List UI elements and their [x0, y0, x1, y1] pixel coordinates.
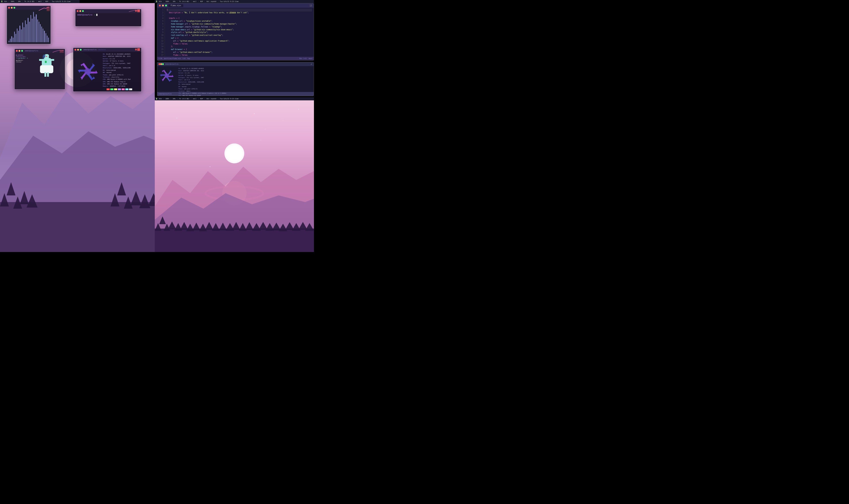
poke-max-dot[interactable] [21, 50, 23, 52]
emacs-min-dot[interactable] [160, 63, 162, 65]
neofetch-de: none+xmonad [106, 69, 116, 71]
svg-point-38 [254, 113, 255, 114]
close-dot[interactable] [8, 7, 10, 8]
neofetch-os: NixOS 23.11.20230083.d049825 [106, 53, 131, 55]
battery-value: 91% [4, 1, 7, 2]
editor-statusline: 3.9% dotfiles/flake.nix 1:0 Top Nix (+1)… [157, 57, 314, 60]
user-value: emil [38, 1, 42, 2]
bar-14 [26, 24, 27, 42]
bar-2 [10, 39, 11, 42]
svg-point-37 [199, 111, 199, 112]
barchart-window [7, 5, 51, 44]
divider4: | [36, 1, 37, 2]
editor-min-dot[interactable] [162, 5, 164, 6]
pokemon-command-text: ● pokemon-colorscripts -n gardevoir -s g… [16, 54, 29, 63]
emacs-title-text: emmet@snowfire: [165, 63, 179, 65]
bar-29 [47, 36, 48, 42]
b-datetime: Tue 6/6/23 9:23:11am [220, 98, 238, 100]
neo-min-dot[interactable] [77, 49, 79, 51]
neo-max-dot[interactable] [80, 49, 82, 51]
code-line-6: home-manager.url = "github:nix-community… [167, 23, 312, 26]
b-workspace: NSP [200, 98, 203, 100]
code-line-8: nix-doom-emacs.url = "github:nix-communi… [167, 29, 312, 31]
bar-21 [36, 14, 36, 42]
bar-25 [41, 26, 42, 42]
e-wm: xmonad [182, 86, 186, 87]
emacs-resize[interactable] [310, 63, 312, 65]
bar-8 [18, 31, 19, 42]
neofetch-window: emmet@snowfire: neofetch [73, 48, 142, 92]
status-percent: 3.9% [159, 58, 162, 59]
poke-close-dot[interactable] [16, 50, 18, 52]
editor-close-dot[interactable] [159, 5, 161, 6]
swatch-4 [114, 88, 117, 90]
e-cpu: AMD Ryzen 9 5900HX with Radeon Graphics … [182, 92, 227, 94]
brightness-value: 100% [11, 1, 14, 2]
neo-close-dot[interactable] [74, 49, 76, 51]
editor-max-dot[interactable] [165, 5, 167, 6]
editor-content[interactable]: 12345 678910 1112131415 1617181920 21222… [157, 8, 314, 60]
code-line-7: home-manager.inputs.nixpkgs.follows = "n… [167, 26, 312, 29]
svg-point-30 [226, 145, 243, 162]
pokemon-cmd-label: ● pokemon-colorscripts [16, 54, 28, 57]
svg-point-43 [210, 166, 211, 167]
code-line-2: description = "No, I don't understand ho… [167, 12, 312, 14]
neofetch-resolution: 1920x1080, 1920x1200 [113, 67, 130, 69]
bar-6 [16, 34, 16, 42]
emacs-content: OS: NixOS 23.11.20230083.d049825 Host: A… [157, 66, 314, 92]
bar-13 [25, 20, 26, 42]
datetime-value: Tue 6/6/23 9:23:11am [52, 1, 70, 2]
b-network: 0st [206, 98, 210, 100]
svg-rect-23 [135, 49, 137, 50]
code-line-15: eaf-browser = { [167, 48, 312, 51]
r-datetime: Tue 6/6/23 9:23:11am [220, 1, 238, 2]
e-gpu: AMD ATI Radeon RX 6800M [182, 95, 201, 96]
pokemon-title-user: emmet@snowfire: [25, 50, 39, 52]
code-area[interactable]: { description = "No, I don't understand … [165, 8, 314, 60]
code-line-13: flake = false; [167, 43, 312, 46]
editor-resize-icon[interactable] [310, 4, 312, 7]
emacs-max-dot[interactable] [162, 63, 164, 65]
terminal-top-titlebar [75, 9, 141, 13]
divider5: | [43, 1, 44, 2]
bar-1 [8, 41, 9, 42]
svg-rect-24 [137, 48, 140, 51]
term-min-dot[interactable] [79, 10, 81, 12]
cursor: █ [96, 14, 97, 16]
neofetch-cpu: AMD Ryzen 9 5900HX with Rad [107, 78, 131, 80]
line-numbers: 12345 678910 1112131415 1617181920 21222… [157, 8, 165, 60]
statusbar-left: 🔋 91% | 100% | 30% | 7% (4.6 GB) | emil … [0, 0, 79, 3]
b-memory: 7% (4.6 GB) [179, 98, 189, 100]
e-packages: 731 (nix-system), 2467 [186, 77, 204, 78]
color-swatches [103, 88, 140, 90]
svg-marker-5 [0, 202, 155, 252]
min-dot[interactable] [11, 7, 13, 8]
volume-value: 30% [18, 1, 21, 2]
bar-20 [35, 17, 35, 42]
poke-min-dot[interactable] [19, 50, 20, 52]
r-brightness: 100% [165, 1, 169, 2]
prompt-symbol: → [94, 14, 96, 16]
bar-17 [31, 15, 31, 42]
neofetch-memory: 4086MiB / 63718MiB [110, 85, 125, 87]
term-max-dot[interactable] [82, 10, 84, 12]
bar-22 [37, 19, 38, 42]
bar-24 [40, 24, 41, 42]
r-workspace: NSP [200, 1, 203, 2]
term-close-dot[interactable] [77, 10, 78, 12]
divider3: | [22, 1, 23, 2]
emacs-window: emmet@snowfire: OS: [157, 62, 314, 96]
swatch-1 [103, 88, 106, 90]
statusbar-bottom: 🔋 91% | 100% | 30% | 7% (4.6 GB) | emil … [155, 97, 314, 100]
statusbar-right: 🔋 91% | 100% | 30% | 7% (4.6 GB) | emil … [155, 0, 314, 3]
emacs-close-dot[interactable] [159, 63, 160, 65]
svg-point-40 [298, 109, 299, 110]
pokemon-window: emmet@snowfire: ● pokemon-colorscripts -… [14, 49, 65, 90]
max-dot[interactable] [14, 7, 15, 8]
neofetch-theme: adw-gtk3 [GTK2/3] [109, 74, 124, 76]
terminal-top-content[interactable]: emmet@snowfire: → █ [75, 13, 141, 26]
code-line-11: eaf = { [167, 37, 312, 40]
neofetch-shell: zsh 5.9 [109, 65, 115, 67]
editor-tab[interactable]: flake.nix× [168, 4, 183, 7]
neofetch-host: ASUSTeK COMPUTER INC. G513 [108, 55, 130, 57]
